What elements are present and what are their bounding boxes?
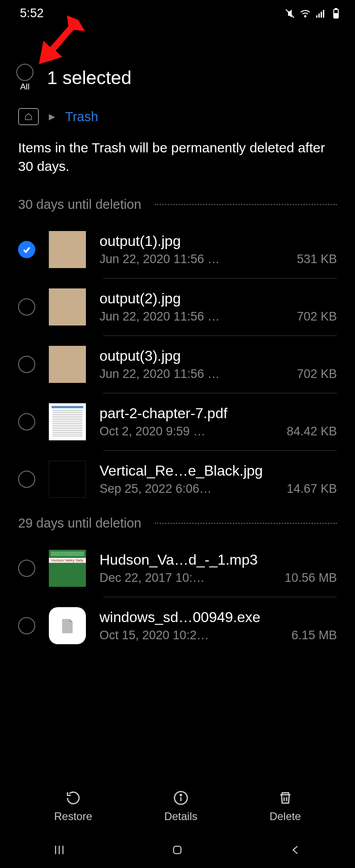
nav-back[interactable] <box>269 844 323 856</box>
status-icons <box>284 8 341 19</box>
breadcrumb: ▶ Trash <box>0 100 355 136</box>
select-all-checkbox[interactable] <box>16 64 33 81</box>
breadcrumb-separator-icon: ▶ <box>49 112 55 122</box>
breadcrumb-home[interactable] <box>18 108 39 125</box>
battery-icon <box>331 8 341 19</box>
status-bar: 5:52 <box>0 0 355 23</box>
svg-rect-8 <box>335 9 337 9</box>
file-row[interactable]: Vertical_Re…e_Black.jpg Sep 25, 2022 6:0… <box>0 451 355 508</box>
file-size: 14.67 KB <box>287 482 337 496</box>
svg-rect-3 <box>318 14 320 18</box>
info-icon <box>173 790 189 806</box>
nav-recents[interactable] <box>32 844 86 856</box>
file-size: 6.15 MB <box>291 628 337 642</box>
file-thumbnail <box>49 550 86 587</box>
signal-icon <box>315 8 326 19</box>
svg-rect-5 <box>323 10 324 18</box>
svg-rect-2 <box>316 15 317 18</box>
file-thumbnail <box>49 231 86 268</box>
selection-count: 1 selected <box>47 67 132 89</box>
svg-rect-4 <box>321 12 322 18</box>
file-name: part-2-chapter-7.pdf <box>99 405 337 422</box>
file-date: Jun 22, 2020 11:56 … <box>99 310 297 324</box>
file-checkbox[interactable] <box>18 298 35 316</box>
file-size: 702 KB <box>297 310 337 324</box>
breadcrumb-current[interactable]: Trash <box>65 109 98 124</box>
file-name: output(1).jpg <box>99 233 337 250</box>
file-row[interactable]: output(3).jpg Jun 22, 2020 11:56 …702 KB <box>0 336 355 393</box>
restore-button[interactable]: Restore <box>54 790 92 823</box>
file-checkbox[interactable] <box>18 471 35 488</box>
file-date: Dec 22, 2017 10:… <box>99 571 284 585</box>
trash-icon <box>278 790 293 806</box>
bottom-action-bar: Restore Details Delete <box>0 781 355 832</box>
file-name: Vertical_Re…e_Black.jpg <box>99 462 337 479</box>
file-date: Oct 15, 2020 10:2… <box>99 628 291 642</box>
details-button[interactable]: Details <box>164 790 197 823</box>
system-nav-bar <box>0 832 355 868</box>
file-name: windows_sd…00949.exe <box>99 609 337 626</box>
file-date: Oct 2, 2020 9:59 … <box>99 425 287 439</box>
file-thumbnail <box>49 288 86 326</box>
section-label: 30 days until deletion <box>18 197 141 212</box>
recents-icon <box>53 844 66 856</box>
status-time: 5:52 <box>20 6 44 20</box>
nav-home[interactable] <box>150 844 204 856</box>
file-size: 10.56 MB <box>284 571 337 585</box>
file-row[interactable]: windows_sd…00949.exe Oct 15, 2020 10:2…6… <box>0 597 355 654</box>
file-date: Jun 22, 2020 11:56 … <box>99 367 297 381</box>
file-thumbnail <box>49 461 86 498</box>
section-header: 30 days until deletion <box>0 189 355 221</box>
file-size: 531 KB <box>297 252 337 266</box>
file-checkbox[interactable] <box>18 356 35 373</box>
file-date: Jun 22, 2020 11:56 … <box>99 252 297 266</box>
home-nav-icon <box>171 844 184 856</box>
file-name: output(2).jpg <box>99 290 337 307</box>
file-checkbox[interactable] <box>18 413 35 430</box>
home-icon <box>24 113 33 121</box>
file-name: output(3).jpg <box>99 348 337 364</box>
delete-button[interactable]: Delete <box>270 790 301 823</box>
svg-point-11 <box>180 794 181 796</box>
file-checkbox[interactable] <box>18 560 35 577</box>
svg-line-0 <box>286 9 294 18</box>
file-date: Sep 25, 2022 6:06… <box>99 482 287 496</box>
mute-icon <box>284 8 295 19</box>
file-row[interactable]: part-2-chapter-7.pdf Oct 2, 2020 9:59 …8… <box>0 393 355 450</box>
file-checkbox[interactable] <box>18 241 35 258</box>
back-icon <box>289 844 302 856</box>
selection-header: All 1 selected <box>0 23 355 100</box>
select-all-toggle[interactable]: All <box>16 64 33 92</box>
delete-label: Delete <box>270 810 301 823</box>
svg-rect-7 <box>335 14 337 17</box>
section-divider <box>155 204 337 205</box>
file-row[interactable]: output(2).jpg Jun 22, 2020 11:56 …702 KB <box>0 278 355 335</box>
section-divider <box>155 523 337 524</box>
file-size: 84.42 KB <box>287 425 337 439</box>
wifi-icon <box>300 8 311 19</box>
svg-point-1 <box>305 15 306 17</box>
trash-notice: Items in the Trash will be permanently d… <box>0 136 355 189</box>
svg-rect-17 <box>174 846 181 854</box>
file-row[interactable]: output(1).jpg Jun 22, 2020 11:56 …531 KB <box>0 221 355 278</box>
select-all-label: All <box>20 82 29 92</box>
section-label: 29 days until deletion <box>18 516 141 531</box>
file-name: Hudson_Va…d_-_1.mp3 <box>99 552 337 568</box>
file-thumbnail <box>49 346 86 383</box>
file-icon <box>58 617 76 635</box>
file-thumbnail <box>49 607 86 644</box>
restore-icon <box>66 790 81 806</box>
file-row[interactable]: Hudson_Va…d_-_1.mp3 Dec 22, 2017 10:…10.… <box>0 540 355 597</box>
file-checkbox[interactable] <box>18 617 35 634</box>
file-thumbnail <box>49 403 86 440</box>
file-size: 702 KB <box>297 367 337 381</box>
details-label: Details <box>164 810 197 823</box>
restore-label: Restore <box>54 810 92 823</box>
section-header: 29 days until deletion <box>0 508 355 540</box>
